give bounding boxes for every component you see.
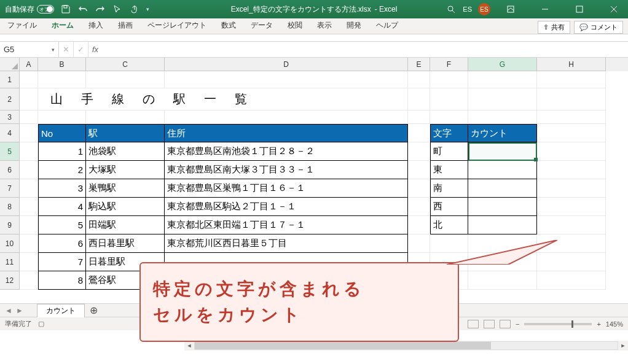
cell[interactable] bbox=[408, 142, 430, 161]
zoom-out-icon[interactable]: − bbox=[516, 320, 519, 328]
scroll-left-icon[interactable]: ◄ bbox=[184, 341, 194, 350]
autosave-toggle[interactable]: 自動保存 オフ bbox=[5, 4, 54, 15]
tab-data[interactable]: データ bbox=[243, 17, 280, 34]
tab-help[interactable]: ヘルプ bbox=[369, 17, 406, 34]
cell[interactable] bbox=[408, 110, 430, 124]
normal-view-icon[interactable] bbox=[468, 320, 479, 328]
cell[interactable] bbox=[537, 71, 606, 88]
row-header[interactable]: 9 bbox=[0, 216, 20, 234]
row-header[interactable]: 8 bbox=[0, 198, 20, 216]
cell-address[interactable]: 東京都豊島区南池袋１丁目２８－２ bbox=[165, 142, 408, 161]
cell-no[interactable]: 1 bbox=[38, 142, 86, 161]
cell[interactable] bbox=[20, 88, 38, 110]
cell[interactable] bbox=[537, 142, 606, 161]
cell[interactable] bbox=[20, 110, 38, 124]
row-header[interactable]: 4 bbox=[0, 124, 20, 142]
cell[interactable] bbox=[468, 88, 537, 110]
cell[interactable] bbox=[165, 71, 408, 88]
sheet-next-icon[interactable]: ► bbox=[16, 306, 23, 315]
cell[interactable] bbox=[430, 71, 468, 88]
undo-icon[interactable] bbox=[77, 4, 88, 15]
tab-home[interactable]: ホーム bbox=[44, 17, 81, 34]
tab-draw[interactable]: 描画 bbox=[111, 17, 140, 34]
cell-char[interactable]: 北 bbox=[430, 216, 468, 234]
cell-station[interactable]: 西日暮里駅 bbox=[86, 234, 165, 253]
cell-station[interactable]: 大塚駅 bbox=[86, 161, 165, 179]
search-icon[interactable] bbox=[445, 4, 457, 15]
col-header-E[interactable]: E bbox=[408, 58, 430, 71]
page-layout-view-icon[interactable] bbox=[484, 320, 495, 328]
row-header[interactable]: 2 bbox=[0, 88, 20, 110]
cell[interactable] bbox=[408, 71, 430, 88]
cell-count[interactable] bbox=[468, 216, 537, 234]
enter-formula-icon[interactable]: ✓ bbox=[74, 42, 88, 57]
table-header-address[interactable]: 住所 bbox=[165, 124, 408, 142]
cell[interactable] bbox=[537, 161, 606, 179]
cell-station[interactable]: 池袋駅 bbox=[86, 142, 165, 161]
cell-char[interactable]: 町 bbox=[430, 142, 468, 161]
tab-file[interactable]: ファイル bbox=[0, 17, 44, 34]
cell-address[interactable]: 東京都豊島区巣鴨１丁目１６－１ bbox=[165, 179, 408, 198]
col-header-D[interactable]: D bbox=[165, 58, 408, 71]
cell-no[interactable]: 2 bbox=[38, 161, 86, 179]
row-header[interactable]: 3 bbox=[0, 110, 20, 124]
redo-icon[interactable] bbox=[95, 4, 106, 15]
cell-address[interactable]: 東京都豊島区南大塚３丁目３３－１ bbox=[165, 161, 408, 179]
macro-record-icon[interactable]: ▢ bbox=[38, 320, 44, 328]
chevron-down-icon[interactable]: ▾ bbox=[52, 47, 55, 53]
cell-no[interactable]: 6 bbox=[38, 234, 86, 253]
cell-no[interactable]: 3 bbox=[38, 179, 86, 198]
table-header-no[interactable]: No bbox=[38, 124, 86, 142]
row-header[interactable]: 10 bbox=[0, 234, 20, 253]
cell[interactable] bbox=[20, 216, 38, 234]
cell[interactable] bbox=[537, 124, 606, 142]
cell[interactable] bbox=[468, 110, 537, 124]
col-header-F[interactable]: F bbox=[430, 58, 468, 71]
tab-formulas[interactable]: 数式 bbox=[214, 17, 243, 34]
cell[interactable] bbox=[20, 271, 38, 290]
col-header-B[interactable]: B bbox=[38, 58, 86, 71]
cell[interactable] bbox=[20, 161, 38, 179]
share-button[interactable]: ⇪共有 bbox=[538, 21, 570, 34]
select-all-button[interactable] bbox=[0, 58, 20, 71]
cancel-formula-icon[interactable]: ✕ bbox=[59, 42, 74, 57]
tab-view[interactable]: 表示 bbox=[310, 17, 339, 34]
cell-count[interactable] bbox=[468, 198, 537, 216]
cell[interactable] bbox=[86, 71, 165, 88]
cell[interactable] bbox=[408, 179, 430, 198]
cell[interactable] bbox=[468, 271, 537, 290]
cell-station[interactable]: 田端駅 bbox=[86, 216, 165, 234]
cell[interactable] bbox=[38, 71, 86, 88]
touch-icon[interactable] bbox=[129, 4, 140, 15]
tab-page-layout[interactable]: ページレイアウト bbox=[140, 17, 214, 34]
cell[interactable] bbox=[537, 88, 606, 110]
tab-developer[interactable]: 開発 bbox=[339, 17, 369, 34]
autosave-toggle-switch[interactable]: オフ bbox=[37, 5, 54, 14]
cell[interactable] bbox=[468, 71, 537, 88]
page-break-view-icon[interactable] bbox=[500, 320, 511, 328]
row-header[interactable]: 5 bbox=[0, 142, 20, 161]
user-avatar[interactable]: ES bbox=[478, 3, 490, 15]
cell[interactable] bbox=[537, 271, 606, 290]
cell[interactable] bbox=[38, 110, 86, 124]
tab-insert[interactable]: 挿入 bbox=[81, 17, 111, 34]
cell[interactable] bbox=[537, 198, 606, 216]
cell[interactable] bbox=[408, 216, 430, 234]
cell[interactable] bbox=[430, 88, 468, 110]
row-header[interactable]: 6 bbox=[0, 161, 20, 179]
fx-icon[interactable]: fx bbox=[88, 45, 102, 54]
cell[interactable] bbox=[537, 216, 606, 234]
cell-char[interactable]: 東 bbox=[430, 161, 468, 179]
table-header-station[interactable]: 駅 bbox=[86, 124, 165, 142]
scroll-right-icon[interactable]: ► bbox=[618, 341, 628, 350]
row-header[interactable]: 1 bbox=[0, 71, 20, 88]
cell[interactable] bbox=[408, 124, 430, 142]
name-box[interactable]: G5 ▾ bbox=[0, 42, 59, 57]
table-header-count[interactable]: カウント bbox=[468, 124, 537, 142]
scroll-thumb[interactable] bbox=[195, 342, 491, 349]
cell-no[interactable]: 4 bbox=[38, 198, 86, 216]
col-header-A[interactable]: A bbox=[20, 58, 38, 71]
cell[interactable] bbox=[20, 179, 38, 198]
close-icon[interactable] bbox=[600, 0, 628, 18]
sheet-tab-active[interactable]: カウント bbox=[37, 304, 85, 317]
